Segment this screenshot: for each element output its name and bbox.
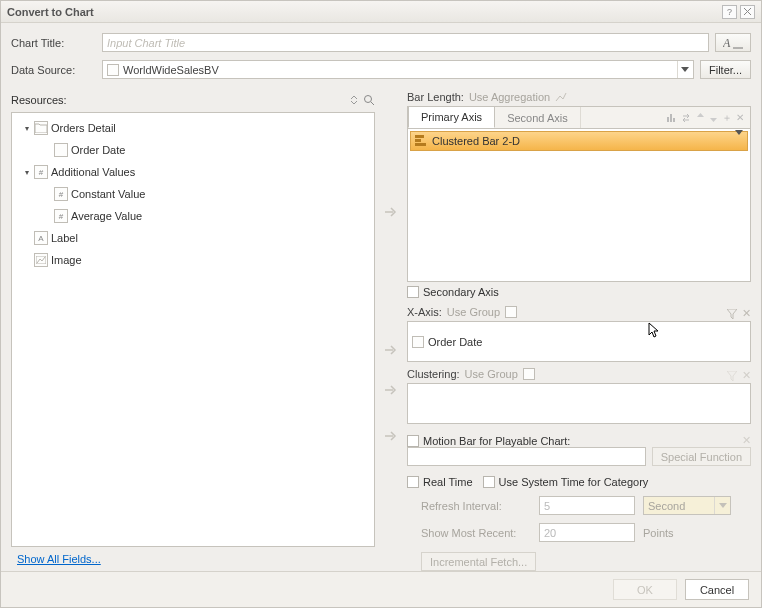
motion-input[interactable] <box>407 447 646 466</box>
dialog-footer: OK Cancel <box>1 571 761 607</box>
resources-tree[interactable]: ▾Orders DetailOrder Date▾#Additional Val… <box>11 112 375 547</box>
expander-icon[interactable]: ▾ <box>22 168 31 177</box>
refresh-unit-combo[interactable]: Second <box>643 496 731 515</box>
add-motion-arrow-icon[interactable] <box>383 429 399 443</box>
svg-text:A: A <box>723 37 731 49</box>
clear-icon[interactable]: ✕ <box>742 307 751 320</box>
axis-tabs: Primary Axis Second Axis ＋ ✕ <box>408 107 750 129</box>
chart-type-icon[interactable] <box>666 112 677 123</box>
filter-icon[interactable] <box>727 371 737 381</box>
data-source-value: WorldWideSalesBV <box>123 64 219 76</box>
add-icon[interactable]: ＋ <box>722 111 732 125</box>
field-icon <box>412 336 424 348</box>
show-recent-input[interactable] <box>539 523 635 542</box>
chart-title-row: Chart Title: A <box>11 33 751 52</box>
data-source-label: Data Source: <box>11 64 96 76</box>
filter-icon[interactable] <box>727 309 737 319</box>
A-icon: A <box>34 231 48 245</box>
tree-item[interactable]: Order Date <box>12 139 374 161</box>
config-pane: Bar Length: Use Aggregation Primary Axis… <box>407 91 751 571</box>
svg-rect-9 <box>673 118 675 122</box>
clear-icon[interactable]: ✕ <box>742 369 751 382</box>
refresh-interval-label: Refresh Interval: <box>421 500 531 512</box>
filter-button[interactable]: Filter... <box>700 60 751 79</box>
svg-rect-12 <box>415 143 426 146</box>
clustering-header: Clustering: Use Group ✕ <box>407 368 751 383</box>
dialog-body: Chart Title: A Data Source: WorldWideSal… <box>1 23 761 571</box>
tree-item-label: Constant Value <box>71 188 145 200</box>
xaxis-input[interactable]: Order Date <box>407 321 751 362</box>
cursor-icon <box>648 322 662 342</box>
refresh-interval-input[interactable] <box>539 496 635 515</box>
tree-item[interactable]: #Constant Value <box>12 183 374 205</box>
realtime-checkbox[interactable] <box>407 476 419 488</box>
tree-item[interactable]: #Average Value <box>12 205 374 227</box>
realtime-row: Real Time Use System Time for Category <box>407 476 751 488</box>
tab-second-axis[interactable]: Second Axis <box>495 107 581 128</box>
motion-row: Motion Bar for Playable Chart: ✕ <box>407 434 751 447</box>
svg-rect-10 <box>415 135 424 138</box>
clustering-input[interactable] <box>407 383 751 424</box>
folder-icon <box>34 121 48 135</box>
search-icon[interactable] <box>363 94 375 106</box>
system-time-checkbox[interactable] <box>483 476 495 488</box>
tree-item-label: Additional Values <box>51 166 135 178</box>
chart-title-input[interactable] <box>102 33 709 52</box>
group-icon <box>505 306 517 318</box>
refresh-unit-value: Second <box>648 500 685 512</box>
show-all-fields-link[interactable]: Show All Fields... <box>11 553 101 565</box>
series-toolbar: ＋ ✕ <box>666 107 750 128</box>
tab-primary-axis[interactable]: Primary Axis <box>408 106 495 128</box>
axis-tabframe: Primary Axis Second Axis ＋ ✕ <box>407 106 751 282</box>
chevron-down-icon[interactable] <box>714 497 730 514</box>
tree-item[interactable]: ▾#Additional Values <box>12 161 374 183</box>
sort-icon[interactable] <box>349 95 359 105</box>
close-icon[interactable] <box>740 5 755 19</box>
bar-chart-icon <box>415 135 427 147</box>
field-icon <box>54 143 68 157</box>
secondary-axis-checkbox[interactable] <box>407 286 419 298</box>
incremental-fetch-button: Incremental Fetch... <box>421 552 536 571</box>
series-list[interactable] <box>408 153 750 281</box>
cancel-button[interactable]: Cancel <box>685 579 749 600</box>
tree-item-label: Label <box>51 232 78 244</box>
swap-icon[interactable] <box>681 112 692 123</box>
tree-item[interactable]: ALabel <box>12 227 374 249</box>
bar-length-section: Bar Length: Use Aggregation <box>407 91 751 103</box>
xaxis-label: X-Axis: <box>407 306 442 318</box>
motion-label: Motion Bar for Playable Chart: <box>423 435 570 447</box>
font-button[interactable]: A <box>715 33 751 52</box>
realtime-label: Real Time <box>423 476 473 488</box>
tree-item[interactable]: ▾Orders Detail <box>12 117 374 139</box>
chevron-down-icon[interactable] <box>677 61 693 78</box>
hash-icon: # <box>54 209 68 223</box>
clustering-hint: Use Group <box>465 368 518 380</box>
main-split: Resources: ▾Orders DetailOrder Date▾#Add… <box>11 91 751 571</box>
bar-length-hint: Use Aggregation <box>469 91 550 103</box>
move-down-icon[interactable] <box>709 112 718 123</box>
group-icon <box>523 368 535 380</box>
show-recent-label: Show Most Recent: <box>421 527 531 539</box>
hash-icon: # <box>54 187 68 201</box>
chevron-down-icon[interactable] <box>735 135 743 147</box>
tree-item[interactable]: Image <box>12 249 374 271</box>
series-type-dropdown[interactable]: Clustered Bar 2-D <box>410 131 748 151</box>
remove-icon[interactable]: ✕ <box>736 112 744 123</box>
add-xaxis-arrow-icon[interactable] <box>383 343 399 357</box>
xaxis-hint: Use Group <box>447 306 500 318</box>
help-icon[interactable]: ? <box>722 5 737 19</box>
add-series-arrow-icon[interactable] <box>383 205 399 219</box>
secondary-axis-label: Secondary Axis <box>423 286 499 298</box>
move-up-icon[interactable] <box>696 112 705 123</box>
expander-icon[interactable]: ▾ <box>22 124 31 133</box>
tree-item-label: Orders Detail <box>51 122 116 134</box>
svg-point-4 <box>365 96 372 103</box>
tree-item-label: Average Value <box>71 210 142 222</box>
add-clustering-arrow-icon[interactable] <box>383 383 399 397</box>
tree-item-label: Image <box>51 254 82 266</box>
svg-rect-7 <box>667 117 669 122</box>
svg-rect-11 <box>415 139 421 142</box>
data-source-combo[interactable]: WorldWideSalesBV <box>102 60 694 79</box>
motion-checkbox[interactable] <box>407 435 419 447</box>
clear-icon[interactable]: ✕ <box>742 434 751 447</box>
